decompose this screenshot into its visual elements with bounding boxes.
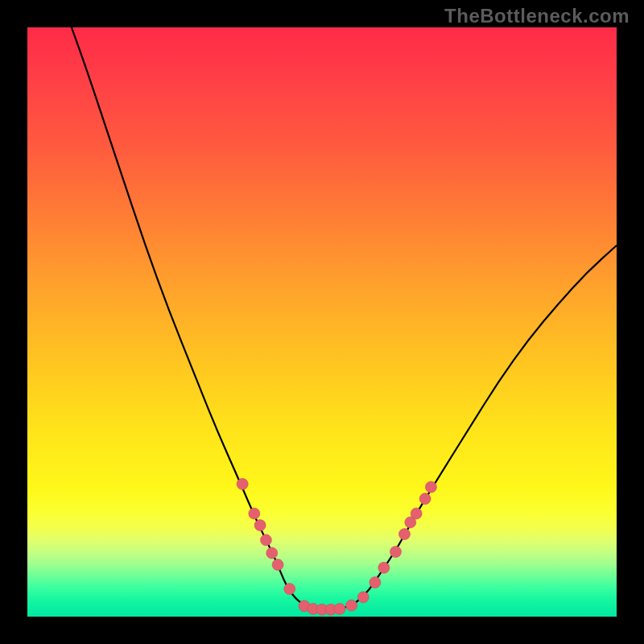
data-marker: [378, 562, 390, 573]
data-marker: [254, 520, 266, 531]
data-marker: [334, 603, 345, 614]
data-marker: [419, 493, 431, 505]
data-marker: [237, 478, 248, 489]
data-marker: [369, 577, 381, 588]
data-marker: [411, 508, 422, 519]
data-marker: [390, 546, 402, 557]
markers-group: [237, 478, 436, 615]
watermark-text: TheBottleneck.com: [444, 5, 630, 27]
chart-svg: [27, 27, 617, 617]
data-marker: [284, 584, 295, 595]
data-marker: [425, 481, 436, 493]
data-marker: [398, 529, 410, 540]
data-marker: [357, 592, 369, 603]
data-marker: [260, 535, 271, 546]
data-marker: [272, 559, 283, 571]
data-marker: [266, 547, 278, 559]
data-marker: [346, 600, 357, 611]
data-marker: [249, 508, 260, 519]
chart-container: TheBottleneck.com: [0, 0, 644, 644]
plot-area: [27, 27, 617, 617]
bottleneck-curve: [72, 27, 617, 609]
